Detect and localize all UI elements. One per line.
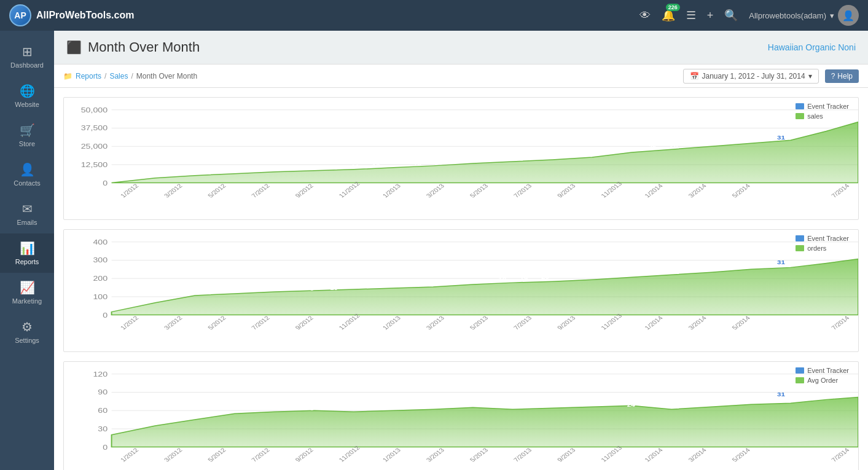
legend-label-event: Event Tracker [807,103,849,110]
calendar-icon: 📅 [690,72,699,80]
svg-text:5/2014: 5/2014 [730,182,751,198]
svg-text:1/2014: 1/2014 [643,182,664,198]
avg-order-chart-svg: 120 90 60 30 0 1/2012 3/2012 5/2012 7/20… [64,362,858,470]
svg-text:1/2014: 1/2014 [643,447,664,463]
svg-text:12: 12 [372,283,380,289]
svg-text:0: 0 [103,311,108,319]
contacts-icon: 👤 [20,162,35,177]
svg-text:28: 28 [713,396,721,402]
content-area: ⬛ Month Over Month Hawaiian Organic Noni… [54,31,868,470]
legend-color-avg-order [796,377,804,383]
svg-text:7/2012: 7/2012 [250,447,271,463]
svg-text:14: 14 [413,161,421,166]
svg-text:29: 29 [734,263,742,268]
svg-text:9/2013: 9/2013 [556,315,577,331]
user-menu[interactable]: Allprowebtools(adam) ▾ 👤 [749,5,859,26]
breadcrumb-sep-2: / [131,72,133,80]
date-range-button[interactable]: 📅 January 1, 2012 - July 31, 2014 ▾ [683,69,819,84]
svg-text:7/2014: 7/2014 [830,315,851,331]
svg-text:26: 26 [670,143,678,148]
legend-label-avg-order: Avg Order [807,377,838,384]
svg-text:10: 10 [330,285,338,291]
sidebar-item-label: Settings [15,337,39,344]
svg-text:1/2013: 1/2013 [381,447,402,463]
svg-text:11/2012: 11/2012 [337,181,361,199]
svg-text:5/2013: 5/2013 [469,447,490,463]
page-header: ⬛ Month Over Month Hawaiian Organic Noni [54,31,868,65]
sidebar-item-dashboard[interactable]: ⊞ Dashboard [0,37,54,76]
svg-text:24: 24 [627,269,635,275]
svg-text:16: 16 [455,402,463,407]
sidebar-item-contacts[interactable]: 👤 Contacts [0,155,54,194]
svg-text:90: 90 [98,389,108,396]
svg-text:27: 27 [691,398,699,403]
svg-text:16: 16 [455,279,463,284]
svg-text:24: 24 [627,146,635,152]
svg-text:1/2013: 1/2013 [381,315,402,331]
chevron-down-icon: ▾ [830,11,834,20]
svg-text:7/2012: 7/2012 [250,315,271,331]
svg-marker-59 [112,259,858,315]
svg-text:16: 16 [455,159,463,164]
chart-avg-order: Event Tracker Avg Order [63,361,859,470]
svg-text:31: 31 [777,260,785,265]
svg-text:7/2012: 7/2012 [250,182,271,198]
svg-text:17: 17 [477,157,485,163]
svg-text:25: 25 [649,268,657,273]
svg-text:7/2013: 7/2013 [512,182,533,198]
svg-text:30: 30 [756,137,764,143]
sidebar-item-store[interactable]: 🛒 Store [0,116,54,155]
sidebar-item-emails[interactable]: ✉ Emails [0,194,54,233]
svg-text:20: 20 [541,274,549,280]
sidebar-item-settings[interactable]: ⚙ Settings [0,312,54,351]
svg-text:15: 15 [435,160,443,165]
svg-text:22: 22 [584,272,592,277]
svg-text:30: 30 [98,425,108,433]
sidebar-item-website[interactable]: 🌐 Website [0,76,54,116]
svg-text:11: 11 [351,404,359,410]
svg-text:0: 0 [103,179,108,187]
chart-avg-order-legend: Event Tracker Avg Order [796,367,849,384]
menu-icon[interactable]: ☰ [686,9,696,22]
svg-text:12,500: 12,500 [81,161,108,168]
svg-text:18: 18 [498,156,506,162]
svg-text:7/2013: 7/2013 [512,447,533,463]
breadcrumb-reports[interactable]: Reports [76,72,101,80]
svg-text:1/2013: 1/2013 [381,182,402,198]
notification-badge: 226 [666,4,680,11]
svg-text:7/2014: 7/2014 [830,447,851,463]
app-name: AllProWebTools.com [36,10,134,21]
plus-icon[interactable]: + [707,9,714,22]
svg-text:300: 300 [93,257,108,264]
logo[interactable]: AP AllProWebTools.com [9,4,639,26]
legend-color-orders [796,245,804,251]
legend-orders: orders [796,245,849,252]
sidebar-item-reports[interactable]: 📊 Reports [0,233,54,273]
reports-icon: 📊 [20,241,35,256]
svg-text:31: 31 [777,135,785,141]
svg-text:9/2012: 9/2012 [294,447,315,463]
svg-text:21: 21 [563,273,571,278]
breadcrumb-sales[interactable]: Sales [109,72,128,80]
svg-text:18: 18 [498,276,506,282]
bell-icon[interactable]: 🔔 226 [662,9,675,22]
svg-text:9/2012: 9/2012 [294,182,315,198]
sidebar-item-label: Dashboard [10,61,44,69]
svg-text:27: 27 [691,141,699,146]
svg-text:17: 17 [477,401,485,407]
svg-text:20: 20 [541,401,549,407]
svg-text:7/2014: 7/2014 [830,182,851,198]
chart-orders: Event Tracker orders [63,229,859,352]
legend-color-event-3 [796,367,804,374]
svg-text:5/2012: 5/2012 [206,315,227,331]
svg-text:3/2014: 3/2014 [687,315,708,331]
svg-text:5/2014: 5/2014 [730,315,751,331]
main-layout: ⊞ Dashboard 🌐 Website 🛒 Store 👤 Contacts… [0,31,868,470]
search-icon[interactable]: 🔍 [724,9,738,22]
sidebar-item-marketing[interactable]: 📈 Marketing [0,273,54,312]
eye-icon[interactable]: 👁 [639,9,651,22]
legend-label-event-3: Event Tracker [807,367,849,374]
svg-text:25: 25 [649,400,657,405]
svg-text:24: 24 [627,402,635,408]
help-button[interactable]: ? Help [825,69,859,83]
